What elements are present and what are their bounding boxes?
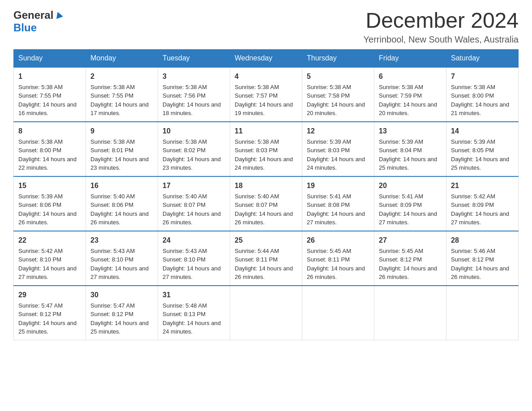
day-number: 4 xyxy=(235,71,297,82)
calendar-day-cell: 5 Sunrise: 5:38 AMSunset: 7:58 PMDayligh… xyxy=(302,67,374,122)
weekday-header: Monday xyxy=(86,49,158,67)
calendar-day-cell: 31 Sunrise: 5:48 AMSunset: 8:13 PMDaylig… xyxy=(158,286,230,340)
calendar-day-cell: 7 Sunrise: 5:38 AMSunset: 8:00 PMDayligh… xyxy=(446,67,519,122)
calendar-day-cell: 12 Sunrise: 5:39 AMSunset: 8:03 PMDaylig… xyxy=(302,122,374,176)
day-info: Sunrise: 5:42 AMSunset: 8:10 PMDaylight:… xyxy=(18,248,77,281)
calendar-day-cell: 13 Sunrise: 5:39 AMSunset: 8:04 PMDaylig… xyxy=(374,122,446,176)
day-number: 18 xyxy=(235,180,297,191)
calendar-day-cell: 10 Sunrise: 5:38 AMSunset: 8:02 PMDaylig… xyxy=(158,122,230,176)
day-number: 7 xyxy=(451,71,514,82)
calendar-day-cell: 23 Sunrise: 5:43 AMSunset: 8:10 PMDaylig… xyxy=(86,231,158,286)
day-number: 24 xyxy=(163,235,225,246)
day-number: 28 xyxy=(451,235,514,246)
day-info: Sunrise: 5:38 AMSunset: 7:57 PMDaylight:… xyxy=(235,84,293,117)
calendar-day-cell: 9 Sunrise: 5:38 AMSunset: 8:01 PMDayligh… xyxy=(86,122,158,176)
title-block: December 2024 Yerrinbool, New South Wale… xyxy=(364,9,519,45)
calendar-day-cell xyxy=(374,286,446,340)
calendar-day-cell xyxy=(446,286,519,340)
calendar-day-cell: 16 Sunrise: 5:40 AMSunset: 8:06 PMDaylig… xyxy=(86,176,158,231)
day-number: 2 xyxy=(90,71,153,82)
day-info: Sunrise: 5:38 AMSunset: 8:03 PMDaylight:… xyxy=(235,138,293,171)
calendar-day-cell: 14 Sunrise: 5:39 AMSunset: 8:05 PMDaylig… xyxy=(446,122,519,176)
day-info: Sunrise: 5:38 AMSunset: 8:01 PMDaylight:… xyxy=(90,138,149,171)
day-number: 29 xyxy=(18,290,81,300)
day-number: 10 xyxy=(163,126,225,137)
day-number: 21 xyxy=(451,180,514,191)
day-info: Sunrise: 5:39 AMSunset: 8:05 PMDaylight:… xyxy=(451,138,509,171)
calendar-table: SundayMondayTuesdayWednesdayThursdayFrid… xyxy=(13,49,519,340)
day-info: Sunrise: 5:38 AMSunset: 7:58 PMDaylight:… xyxy=(307,84,365,117)
day-info: Sunrise: 5:47 AMSunset: 8:12 PMDaylight:… xyxy=(90,302,149,335)
day-number: 8 xyxy=(18,126,81,137)
day-number: 19 xyxy=(307,180,369,191)
day-info: Sunrise: 5:38 AMSunset: 7:59 PMDaylight:… xyxy=(379,84,437,117)
day-info: Sunrise: 5:42 AMSunset: 8:09 PMDaylight:… xyxy=(451,193,509,226)
day-number: 20 xyxy=(379,180,442,191)
day-info: Sunrise: 5:44 AMSunset: 8:11 PMDaylight:… xyxy=(235,248,293,281)
day-info: Sunrise: 5:38 AMSunset: 7:55 PMDaylight:… xyxy=(18,84,77,117)
day-info: Sunrise: 5:40 AMSunset: 8:07 PMDaylight:… xyxy=(235,193,293,226)
logo: General Blue xyxy=(13,9,63,34)
day-info: Sunrise: 5:38 AMSunset: 7:55 PMDaylight:… xyxy=(90,84,149,117)
calendar-week-row: 29 Sunrise: 5:47 AMSunset: 8:12 PMDaylig… xyxy=(14,286,519,340)
day-number: 27 xyxy=(379,235,442,246)
location-subtitle: Yerrinbool, New South Wales, Australia xyxy=(364,34,519,45)
day-info: Sunrise: 5:38 AMSunset: 8:00 PMDaylight:… xyxy=(18,138,77,171)
calendar-week-row: 22 Sunrise: 5:42 AMSunset: 8:10 PMDaylig… xyxy=(14,231,519,286)
calendar-day-cell: 11 Sunrise: 5:38 AMSunset: 8:03 PMDaylig… xyxy=(230,122,302,176)
weekday-header: Tuesday xyxy=(158,49,230,67)
calendar-day-cell: 29 Sunrise: 5:47 AMSunset: 8:12 PMDaylig… xyxy=(14,286,86,340)
calendar-day-cell: 22 Sunrise: 5:42 AMSunset: 8:10 PMDaylig… xyxy=(14,231,86,286)
day-number: 1 xyxy=(18,71,81,82)
calendar-day-cell: 2 Sunrise: 5:38 AMSunset: 7:55 PMDayligh… xyxy=(86,67,158,122)
day-number: 16 xyxy=(90,180,153,191)
day-number: 17 xyxy=(163,180,225,191)
day-info: Sunrise: 5:40 AMSunset: 8:07 PMDaylight:… xyxy=(163,193,221,226)
calendar-week-row: 8 Sunrise: 5:38 AMSunset: 8:00 PMDayligh… xyxy=(14,122,519,176)
day-info: Sunrise: 5:47 AMSunset: 8:12 PMDaylight:… xyxy=(18,302,77,335)
day-info: Sunrise: 5:39 AMSunset: 8:06 PMDaylight:… xyxy=(18,193,77,226)
calendar-day-cell: 1 Sunrise: 5:38 AMSunset: 7:55 PMDayligh… xyxy=(14,67,86,122)
weekday-header: Thursday xyxy=(302,49,374,67)
day-info: Sunrise: 5:43 AMSunset: 8:10 PMDaylight:… xyxy=(90,248,149,281)
calendar-day-cell: 26 Sunrise: 5:45 AMSunset: 8:11 PMDaylig… xyxy=(302,231,374,286)
day-info: Sunrise: 5:45 AMSunset: 8:11 PMDaylight:… xyxy=(307,248,365,281)
day-number: 31 xyxy=(163,290,225,300)
calendar-week-row: 1 Sunrise: 5:38 AMSunset: 7:55 PMDayligh… xyxy=(14,67,519,122)
calendar-day-cell: 17 Sunrise: 5:40 AMSunset: 8:07 PMDaylig… xyxy=(158,176,230,231)
day-info: Sunrise: 5:38 AMSunset: 7:56 PMDaylight:… xyxy=(163,84,221,117)
day-number: 30 xyxy=(90,290,153,300)
day-number: 26 xyxy=(307,235,369,246)
calendar-day-cell: 3 Sunrise: 5:38 AMSunset: 7:56 PMDayligh… xyxy=(158,67,230,122)
day-number: 6 xyxy=(379,71,442,82)
calendar-day-cell: 4 Sunrise: 5:38 AMSunset: 7:57 PMDayligh… xyxy=(230,67,302,122)
logo-blue-text: Blue xyxy=(13,21,37,34)
svg-marker-0 xyxy=(55,11,63,19)
logo-triangle-icon xyxy=(55,11,63,21)
weekday-header: Wednesday xyxy=(230,49,302,67)
calendar-day-cell: 6 Sunrise: 5:38 AMSunset: 7:59 PMDayligh… xyxy=(374,67,446,122)
day-number: 25 xyxy=(235,235,297,246)
day-number: 15 xyxy=(18,180,81,191)
day-info: Sunrise: 5:39 AMSunset: 8:03 PMDaylight:… xyxy=(307,138,365,171)
day-info: Sunrise: 5:41 AMSunset: 8:08 PMDaylight:… xyxy=(307,193,365,226)
calendar-day-cell: 24 Sunrise: 5:43 AMSunset: 8:10 PMDaylig… xyxy=(158,231,230,286)
calendar-day-cell: 25 Sunrise: 5:44 AMSunset: 8:11 PMDaylig… xyxy=(230,231,302,286)
day-number: 11 xyxy=(235,126,297,137)
calendar-day-cell: 21 Sunrise: 5:42 AMSunset: 8:09 PMDaylig… xyxy=(446,176,519,231)
day-number: 13 xyxy=(379,126,442,137)
day-info: Sunrise: 5:38 AMSunset: 8:00 PMDaylight:… xyxy=(451,84,509,117)
calendar-day-cell: 18 Sunrise: 5:40 AMSunset: 8:07 PMDaylig… xyxy=(230,176,302,231)
day-info: Sunrise: 5:43 AMSunset: 8:10 PMDaylight:… xyxy=(163,248,221,281)
calendar-day-cell xyxy=(302,286,374,340)
day-number: 9 xyxy=(90,126,153,137)
calendar-day-cell: 15 Sunrise: 5:39 AMSunset: 8:06 PMDaylig… xyxy=(14,176,86,231)
calendar-day-cell: 20 Sunrise: 5:41 AMSunset: 8:09 PMDaylig… xyxy=(374,176,446,231)
weekday-header: Sunday xyxy=(14,49,86,67)
calendar-day-cell: 8 Sunrise: 5:38 AMSunset: 8:00 PMDayligh… xyxy=(14,122,86,176)
day-info: Sunrise: 5:48 AMSunset: 8:13 PMDaylight:… xyxy=(163,302,221,335)
day-number: 14 xyxy=(451,126,514,137)
day-number: 22 xyxy=(18,235,81,246)
day-number: 23 xyxy=(90,235,153,246)
day-info: Sunrise: 5:41 AMSunset: 8:09 PMDaylight:… xyxy=(379,193,437,226)
